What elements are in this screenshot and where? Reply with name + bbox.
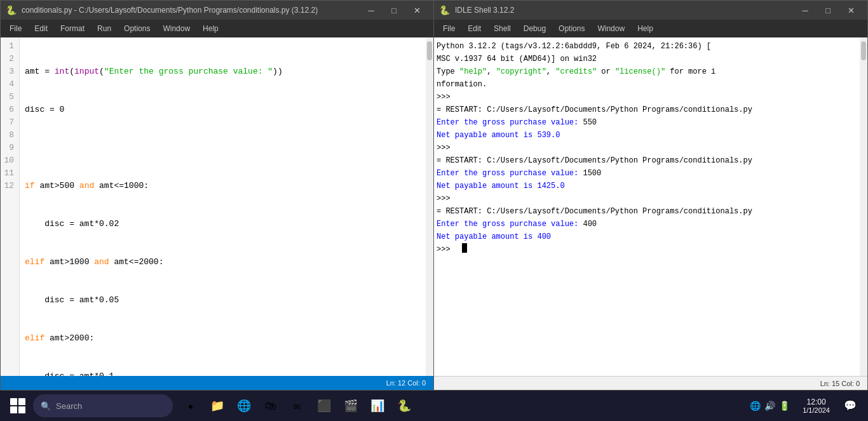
editor-statusbar: Ln: 12 Col: 0 — [1, 376, 433, 390]
taskbar-icon-media[interactable]: 🎬 — [338, 393, 363, 418]
python-icon: 🐍 — [397, 399, 411, 413]
editor-menu-file[interactable]: File — [3, 22, 28, 36]
shell-restart-1: = RESTART: C:/Users/Laysoft/Documents/Py… — [437, 104, 857, 116]
code-line-9: disc = amt*0.1 — [25, 370, 421, 376]
editor-minimize-button[interactable]: ─ — [360, 1, 383, 20]
shell-menu-shell[interactable]: Shell — [487, 22, 517, 36]
taskbar-notification-button[interactable]: 💬 — [837, 393, 863, 418]
editor-title: conditionals.py - C:/Users/Laysoft/Docum… — [22, 6, 355, 15]
shell-minimize-button[interactable]: ─ — [794, 1, 817, 20]
notification-icon: 💬 — [844, 399, 857, 412]
terminal-icon: ⬛ — [317, 399, 331, 413]
editor-maximize-button[interactable]: □ — [383, 1, 405, 20]
edge-icon: 🌐 — [237, 399, 251, 413]
taskbar-icon-store[interactable]: 🛍 — [258, 393, 283, 418]
shell-output-3: Net payable amount is 400 — [437, 231, 857, 243]
taskbar-volume-icon: 🔊 — [764, 401, 775, 411]
shell-startup-line1: Python 3.12.2 (tags/v3.12.2:6abddd9, Feb… — [437, 40, 857, 53]
start-button[interactable] — [5, 393, 31, 418]
editor-window: 🐍 conditionals.py - C:/Users/Laysoft/Doc… — [0, 0, 434, 391]
shell-prompt-1: >>> — [437, 91, 857, 104]
taskbar-search-box[interactable]: 🔍 Search — [33, 394, 173, 417]
windows-logo-icon — [10, 398, 25, 413]
editor-window-controls: ─ □ ✕ — [360, 1, 428, 20]
shell-prompt-3: >>> — [437, 192, 857, 205]
editor-menubar: File Edit Format Run Options Window Help — [1, 20, 433, 37]
code-line-2: disc = 0 — [25, 104, 421, 116]
editor-menu-edit[interactable]: Edit — [28, 22, 54, 36]
shell-prompt-final: >>> — [437, 243, 857, 256]
shell-content-area[interactable]: Python 3.12.2 (tags/v3.12.2:6abddd9, Feb… — [434, 37, 867, 376]
shell-menu-edit[interactable]: Edit — [461, 22, 487, 36]
taskbar-clock[interactable]: 12:00 1/1/2024 — [797, 395, 835, 417]
taskbar-search-icon: 🔍 — [41, 401, 51, 411]
shell-menu-help[interactable]: Help — [631, 22, 660, 36]
shell-maximize-button[interactable]: □ — [817, 1, 839, 20]
taskbar-system-tray: 🌐 🔊 🔋 12:00 1/1/2024 💬 — [745, 393, 863, 418]
shell-close-button[interactable]: ✕ — [839, 1, 862, 20]
shell-app-icon: 🐍 — [439, 5, 450, 16]
shell-output-2: Net payable amount is 1425.0 — [437, 180, 857, 192]
taskbar-icon-file-explorer[interactable]: 📁 — [205, 393, 230, 418]
code-editor[interactable]: amt = int(input("Enter the gross purchas… — [20, 37, 426, 376]
taskbar-icon-edge[interactable]: 🌐 — [231, 393, 257, 418]
taskbar-date-display: 1/1/2024 — [803, 406, 830, 414]
shell-output[interactable]: Python 3.12.2 (tags/v3.12.2:6abddd9, Feb… — [434, 37, 860, 376]
taskbar-app-icons: ✦ 📁 🌐 🛍 ✉ ⬛ 🎬 📊 🐍 — [178, 393, 417, 418]
code-line-4: if amt>500 and amt<=1000: — [25, 180, 421, 192]
taskbar-time-display: 12:00 — [807, 398, 826, 406]
editor-menu-options[interactable]: Options — [118, 22, 156, 36]
shell-window-controls: ─ □ ✕ — [794, 1, 862, 20]
shell-restart-2: = RESTART: C:/Users/Laysoft/Documents/Py… — [437, 154, 857, 167]
shell-titlebar: 🐍 IDLE Shell 3.12.2 ─ □ ✕ — [434, 1, 867, 20]
shell-cursor — [462, 243, 467, 253]
taskbar-icon-python[interactable]: 🐍 — [391, 393, 417, 418]
code-line-1: amt = int(input("Enter the gross purchas… — [25, 65, 421, 78]
taskbar-icon-mail[interactable]: ✉ — [285, 393, 310, 418]
shell-menu-debug[interactable]: Debug — [517, 22, 552, 36]
shell-menu-options[interactable]: Options — [552, 22, 591, 36]
analytics-icon: 📊 — [370, 399, 384, 413]
shell-input-2: Enter the gross purchase value: 1500 — [437, 167, 857, 180]
shell-scroll-thumb[interactable] — [861, 41, 866, 60]
editor-menu-help[interactable]: Help — [196, 22, 225, 36]
taskbar-sys-tray-icons[interactable]: 🌐 🔊 🔋 — [745, 393, 795, 418]
shell-menu-file[interactable]: File — [437, 22, 461, 36]
editor-menu-window[interactable]: Window — [156, 22, 196, 36]
taskbar-icon-analytics[interactable]: 📊 — [365, 393, 390, 418]
shell-scrollbar[interactable] — [860, 37, 867, 376]
media-icon: 🎬 — [344, 399, 358, 413]
shell-input-1: Enter the gross purchase value: 550 — [437, 116, 857, 129]
taskbar: 🔍 Search ✦ 📁 🌐 🛍 ✉ ⬛ 🎬 — [0, 391, 868, 421]
editor-menu-run[interactable]: Run — [91, 22, 118, 36]
taskbar-icon-terminal[interactable]: ⬛ — [311, 393, 337, 418]
mail-icon: ✉ — [294, 399, 301, 413]
taskbar-network-icon: 🌐 — [750, 401, 761, 411]
taskbar-icon-copilot[interactable]: ✦ — [178, 393, 203, 418]
taskbar-search-label: Search — [56, 401, 82, 411]
copilot-icon: ✦ — [187, 398, 194, 414]
shell-output-1: Net payable amount is 539.0 — [437, 129, 857, 142]
shell-startup-line3: Type "help", "copyright", "credits" or "… — [437, 65, 857, 78]
editor-code-area[interactable]: 1 2 3 4 5 6 7 8 9 10 11 12 amt = int(inp… — [1, 37, 433, 376]
file-explorer-icon: 📁 — [210, 399, 224, 413]
editor-menu-format[interactable]: Format — [54, 22, 91, 36]
shell-statusbar-text: Ln: 15 Col: 0 — [820, 380, 860, 387]
shell-prompt-2: >>> — [437, 142, 857, 154]
shell-title: IDLE Shell 3.12.2 — [455, 6, 789, 15]
code-line-7: disc = amt*0.05 — [25, 294, 421, 307]
editor-scrollbar[interactable] — [426, 37, 433, 376]
code-line-8: elif amt>2000: — [25, 332, 421, 345]
shell-startup-line2: MSC v.1937 64 bit (AMD64)] on win32 — [437, 53, 857, 65]
editor-titlebar: 🐍 conditionals.py - C:/Users/Laysoft/Doc… — [1, 1, 433, 20]
code-line-5: disc = amt*0.02 — [25, 218, 421, 231]
code-line-6: elif amt>1000 and amt<=2000: — [25, 256, 421, 269]
editor-scroll-thumb[interactable] — [427, 41, 432, 60]
editor-close-button[interactable]: ✕ — [405, 1, 428, 20]
shell-startup-line4: nformation. — [437, 78, 857, 91]
editor-app-icon: 🐍 — [6, 5, 17, 16]
shell-window: 🐍 IDLE Shell 3.12.2 ─ □ ✕ File Edit Shel… — [434, 0, 868, 391]
line-numbers: 1 2 3 4 5 6 7 8 9 10 11 12 — [1, 37, 20, 376]
shell-menu-window[interactable]: Window — [591, 22, 631, 36]
shell-restart-3: = RESTART: C:/Users/Laysoft/Documents/Py… — [437, 205, 857, 218]
